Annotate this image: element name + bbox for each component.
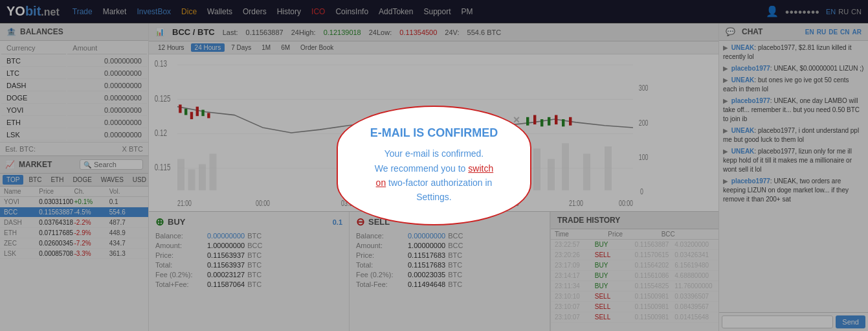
modal-body-line3: two-factor authorization in <box>388 177 492 188</box>
modal-body-line4: Settings. <box>416 192 451 202</box>
modal-body-line2: We recommend you to <box>375 163 466 174</box>
modal-body-line1: Your e-mail is confirmed. <box>384 148 484 159</box>
modal-close-button[interactable]: × <box>513 113 520 127</box>
modal-body: Your e-mail is confirmed. We recommend y… <box>370 146 498 205</box>
modal-box: × E-MAIL IS CONFIRMED Your e-mail is con… <box>337 106 532 225</box>
modal-overlay: × E-MAIL IS CONFIRMED Your e-mail is con… <box>0 0 868 331</box>
modal-title: E-MAIL IS CONFIRMED <box>370 126 498 140</box>
